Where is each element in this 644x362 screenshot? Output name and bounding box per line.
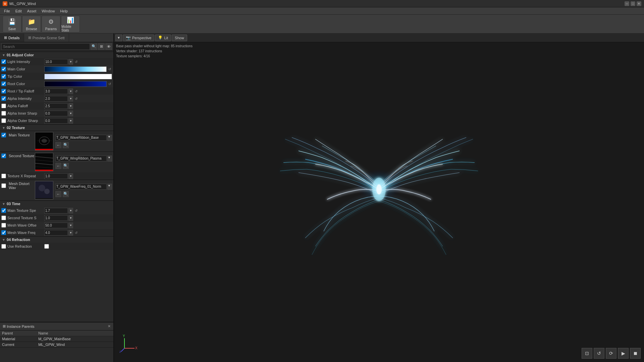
show-button[interactable]: Show: [172, 35, 187, 41]
root-tip-falloff-input[interactable]: [44, 88, 68, 94]
mesh-wave-offset-checkbox[interactable]: [1, 223, 6, 228]
viewport-dropdown-arrow[interactable]: ▼: [115, 35, 122, 41]
mesh-wave-freq-spin[interactable]: ▼: [68, 230, 73, 236]
save-button[interactable]: 💾 Save: [3, 16, 21, 33]
section-arrow-icon: ▼: [2, 53, 5, 57]
main-texture-name-input[interactable]: [55, 135, 107, 141]
second-texture-thumb[interactable]: [35, 153, 53, 171]
second-texture-s-input[interactable]: [44, 215, 68, 221]
second-texture-name-input[interactable]: [55, 156, 107, 162]
mesh-distort-checkbox[interactable]: [1, 183, 6, 188]
vp-ctrl-btn5[interactable]: ⏹: [630, 348, 641, 359]
second-texture-checkbox[interactable]: [1, 154, 6, 158]
mobile-stats-button[interactable]: 📊 Mobile Stats: [61, 16, 80, 33]
params-button[interactable]: ⚙ Params: [42, 16, 60, 33]
main-texture-checkbox[interactable]: [1, 133, 6, 137]
mesh-wave-offset-input[interactable]: [44, 223, 68, 228]
tip-color-bar[interactable]: [44, 74, 112, 79]
alpha-outer-checkbox[interactable]: [1, 118, 6, 123]
alpha-outer-spin[interactable]: ▼: [68, 118, 73, 124]
mesh-wave-freq-reset[interactable]: ↺: [74, 230, 78, 235]
light-intensity-spin[interactable]: ▼: [68, 59, 73, 65]
texture-x-repeat-spin[interactable]: ▼: [68, 173, 73, 179]
texture-x-repeat-input[interactable]: [44, 173, 68, 179]
use-refraction-value-checkbox[interactable]: [44, 244, 49, 249]
section-time[interactable]: ▼ 03 Time: [0, 200, 113, 207]
main-texture-spd-spin[interactable]: ▼: [68, 208, 73, 214]
main-texture-dropdown[interactable]: ▼: [107, 135, 112, 141]
menu-edit[interactable]: Edit: [13, 8, 24, 14]
mesh-distort-arrow-btn[interactable]: ←: [55, 191, 61, 197]
mesh-wave-freq-checkbox[interactable]: [1, 230, 6, 235]
mesh-wave-offset-spin[interactable]: ▼: [68, 223, 73, 228]
menu-help[interactable]: Help: [57, 8, 70, 14]
alpha-intensity-reset[interactable]: ↺: [74, 96, 78, 101]
lit-button[interactable]: 💡 Lit: [155, 35, 171, 41]
root-color-reset[interactable]: ↺: [107, 81, 112, 86]
alpha-falloff-checkbox[interactable]: [1, 104, 6, 108]
tab-details[interactable]: ⊞ Details: [0, 34, 24, 42]
vp-ctrl-btn2[interactable]: ↺: [594, 348, 604, 359]
texture-x-repeat-checkbox[interactable]: [1, 174, 6, 178]
alpha-falloff-spin[interactable]: ▼: [68, 103, 73, 109]
close-button[interactable]: ✕: [637, 1, 641, 6]
alpha-intensity-checkbox[interactable]: [1, 96, 6, 101]
alpha-inner-spin[interactable]: ▼: [68, 111, 73, 116]
section-refraction[interactable]: ▼ 04 Refraction: [0, 236, 113, 243]
alpha-falloff-input[interactable]: [44, 103, 68, 109]
use-refraction-checkbox[interactable]: [1, 244, 6, 249]
alpha-inner-checkbox[interactable]: [1, 111, 6, 116]
mesh-distort-name-input[interactable]: [55, 184, 107, 190]
mesh-wave-freq-input[interactable]: [44, 230, 68, 236]
second-texture-arrow-btn[interactable]: ←: [55, 163, 61, 169]
section-adjust-color[interactable]: ▼ 01 Adjust Color: [0, 52, 113, 58]
browse-button[interactable]: 📁 Browse: [22, 16, 41, 33]
search-input[interactable]: [1, 43, 90, 50]
mesh-distort-search-btn[interactable]: 🔍: [63, 191, 69, 197]
vp-ctrl-btn4[interactable]: ▶: [618, 348, 629, 359]
main-texture-spd-input[interactable]: [44, 208, 68, 214]
maximize-button[interactable]: □: [631, 1, 635, 6]
tip-color-checkbox[interactable]: [1, 74, 6, 79]
tab-preview-scene[interactable]: ⊞ Preview Scene Sett: [24, 34, 69, 42]
alpha-intensity-input[interactable]: [44, 96, 68, 102]
main-texture-search-btn[interactable]: 🔍: [63, 142, 69, 148]
root-color-bar[interactable]: [44, 81, 107, 87]
mesh-distort-dropdown[interactable]: ▼: [107, 184, 112, 190]
light-intensity-checkbox[interactable]: [1, 59, 6, 64]
perspective-button[interactable]: 📷 Perspective: [123, 35, 154, 41]
second-texture-s-checkbox[interactable]: [1, 216, 6, 220]
light-intensity-reset[interactable]: ↺: [74, 59, 78, 64]
vp-ctrl-btn1[interactable]: ⊡: [582, 348, 592, 359]
menu-file[interactable]: File: [1, 8, 13, 14]
main-color-bar[interactable]: [44, 66, 107, 72]
main-texture-spd-reset[interactable]: ↺: [74, 208, 78, 213]
viewport-canvas[interactable]: Base pass shader without light map: 85 i…: [114, 34, 644, 362]
main-texture-arrow-btn[interactable]: ←: [55, 142, 61, 148]
root-tip-falloff-checkbox[interactable]: [1, 89, 6, 94]
eye-button[interactable]: 👁: [105, 43, 112, 50]
main-texture-spd-checkbox[interactable]: [1, 208, 6, 213]
minimize-button[interactable]: ─: [625, 1, 629, 6]
mesh-distort-thumb[interactable]: [35, 181, 53, 199]
menu-asset[interactable]: Asset: [24, 8, 39, 14]
second-texture-search-btn[interactable]: 🔍: [63, 163, 69, 169]
alpha-outer-input[interactable]: [44, 118, 68, 124]
vp-ctrl-btn3[interactable]: ⟳: [606, 348, 616, 359]
root-tip-falloff-spin[interactable]: ▼: [68, 88, 73, 94]
main-color-reset[interactable]: ↺: [107, 67, 112, 71]
search-button[interactable]: 🔍: [91, 43, 97, 50]
alpha-intensity-spin[interactable]: ▼: [68, 96, 73, 102]
instance-close-icon[interactable]: ✕: [108, 324, 111, 328]
second-texture-s-spin[interactable]: ▼: [68, 215, 73, 221]
menu-window[interactable]: Window: [39, 8, 57, 14]
light-intensity-input[interactable]: [44, 59, 68, 65]
alpha-inner-input[interactable]: [44, 111, 68, 116]
main-texture-thumb[interactable]: [35, 132, 53, 150]
main-color-checkbox[interactable]: [1, 67, 6, 71]
section-texture[interactable]: ▼ 02 Texture: [0, 124, 113, 131]
root-color-checkbox[interactable]: [1, 81, 6, 86]
second-texture-dropdown[interactable]: ▼: [107, 156, 112, 162]
root-tip-falloff-reset[interactable]: ↺: [74, 89, 78, 94]
view-toggle-button[interactable]: ⊞: [98, 43, 105, 50]
